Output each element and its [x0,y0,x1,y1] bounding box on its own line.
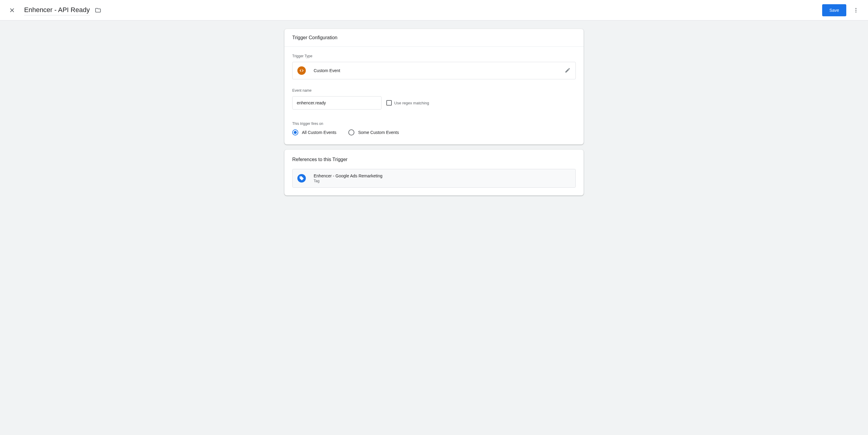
radio-some-events[interactable] [348,129,354,135]
close-button[interactable] [6,4,18,16]
radio-option-all: All Custom Events [292,129,336,135]
card-title: Trigger Configuration [292,35,576,40]
trigger-configuration-card: Trigger Configuration Trigger Type Custo… [284,29,584,145]
custom-event-icon [298,66,306,75]
content-area: Trigger Configuration Trigger Type Custo… [0,21,868,435]
reference-item[interactable]: Enhencer - Google Ads Remarketing Tag [292,169,576,188]
trigger-type-selector[interactable]: Custom Event [292,62,576,79]
tag-icon [298,174,306,183]
trigger-name-input[interactable]: Enhencer - API Ready [24,5,90,15]
save-button[interactable]: Save [822,4,846,16]
card-body: Trigger Type Custom Event Event name [284,47,584,145]
fires-on-radio-group: All Custom Events Some Custom Events [292,129,576,135]
more-menu-button[interactable] [850,4,862,16]
event-name-row: Use regex matching [292,96,576,110]
radio-all-label: All Custom Events [302,130,336,135]
references-card: References to this Trigger Enhencer - Go… [284,150,584,195]
title-area: Enhencer - API Ready [24,5,822,15]
trigger-type-label: Trigger Type [292,54,576,58]
regex-checkbox[interactable] [386,100,392,105]
regex-checkbox-wrap: Use regex matching [386,100,429,105]
reference-text: Enhencer - Google Ads Remarketing Tag [314,174,382,183]
more-vert-icon [853,7,859,13]
card-header: Trigger Configuration [284,29,584,47]
event-name-input[interactable] [292,96,381,110]
header-bar: Enhencer - API Ready Save [0,0,868,21]
event-name-label: Event name [292,88,576,93]
radio-some-label: Some Custom Events [358,130,399,135]
pencil-icon [565,67,570,73]
reference-name: Enhencer - Google Ads Remarketing [314,174,382,178]
reference-type: Tag [314,179,382,183]
folder-icon [95,7,101,13]
radio-option-some: Some Custom Events [348,129,399,135]
radio-all-events[interactable] [292,129,298,135]
close-icon [9,7,15,13]
header-actions: Save [822,4,862,16]
references-title: References to this Trigger [292,157,576,162]
references-body: References to this Trigger Enhencer - Go… [284,150,584,195]
edit-trigger-type-button[interactable] [565,67,570,74]
svg-point-4 [855,11,856,12]
fires-on-label: This trigger fires on [292,122,576,126]
svg-point-2 [855,8,856,9]
trigger-type-name: Custom Event [314,68,565,73]
svg-point-3 [855,10,856,10]
folder-button[interactable] [95,7,101,13]
regex-label: Use regex matching [394,101,429,105]
